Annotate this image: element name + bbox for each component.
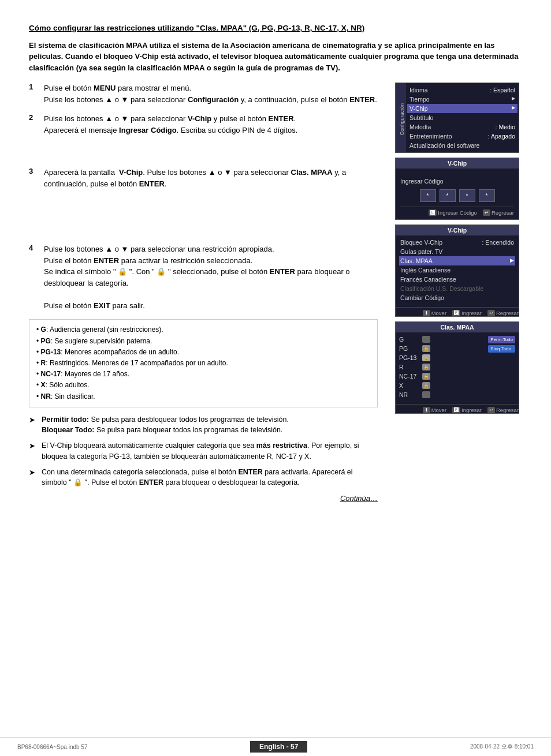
continua-text: Continúa… <box>29 494 378 503</box>
vchip-menu-body: Bloqueo V-Chip : Encendido Guías pater. … <box>396 235 519 305</box>
vchip-code-title: V-Chip <box>396 158 519 169</box>
move-icon: ⬆ <box>423 310 430 316</box>
config-vchip-label: V-Chip <box>409 105 428 112</box>
step-2-text: Pulse los botones ▲ o ▼ para seleccionar… <box>44 113 297 136</box>
step-2: 2 Pulse los botones ▲ o ▼ para seleccion… <box>29 113 378 136</box>
config-vchip-arrow: ▶ <box>512 105 515 112</box>
mpaa-row-pg13: PG-13 🔒 <box>399 353 486 362</box>
config-row-tiempo: Tiempo ▶ <box>409 95 515 104</box>
config-tiempo-label: Tiempo <box>409 96 430 103</box>
vchip-code-footer: 🅴 Ingresar Código ↩ Regresar <box>400 207 514 216</box>
vchip-mpaa-label: Clas. MPAA <box>400 257 433 264</box>
vchip-menu-panel: V-Chip Bloqueo V-Chip : Encendido Guías … <box>395 224 519 317</box>
vchip-bloqueo-val: : Encendido <box>482 239 514 246</box>
vchip-guias-label: Guías pater. TV <box>400 248 442 255</box>
block-all-btn[interactable]: Bloq.Todo <box>488 345 515 353</box>
page: Cómo configurar las restricciones utiliz… <box>0 0 551 756</box>
vchip-cambiar-label: Cambiar Código <box>400 294 444 301</box>
vchip-menu-title: V-Chip <box>396 225 519 235</box>
mpaa-enter-icon: 🅴 <box>452 407 460 413</box>
vchip-enter-hint: 🅴 Ingresar Código <box>429 209 477 216</box>
step-1-num: 1 <box>29 83 38 105</box>
vchip-code-panel: V-Chip Ingresar Código * * * * 🅴 Ingresa… <box>395 158 519 220</box>
arrow-symbol-1: ➤ <box>29 414 38 426</box>
arrow-text-2: El V-Chip bloqueará automáticamente cual… <box>42 440 378 462</box>
mpaa-title: Clas. MPAA <box>396 322 519 332</box>
arrow-symbol-2: ➤ <box>29 440 38 452</box>
mpaa-g-label: G <box>399 336 420 343</box>
step-4-num: 4 <box>29 244 38 311</box>
arrow-item-3: ➤ Con una determinada categoría seleccio… <box>29 467 378 489</box>
vchip-frances-row: Francés Canadiense <box>399 275 515 284</box>
right-column: Configuración Idioma : Español Tiempo ▶ … <box>395 83 522 503</box>
vchip-us-row: Clasificación U.S. Descargable <box>399 284 515 293</box>
mpaa-nc17-lock: 🔒 <box>422 373 430 380</box>
config-row-actualizacion: Actualización del software <box>409 141 515 150</box>
arrow-symbol-3: ➤ <box>29 467 38 478</box>
intro-text: El sistema de clasificación MPAA utiliza… <box>29 40 522 74</box>
vchip-enter-hint2: 🅴 Ingresar <box>452 310 482 316</box>
bullet-list: G: Audiencia general (sin restricciones)… <box>29 319 378 407</box>
arrow-text-3: Con una determinada categoría selecciona… <box>42 467 378 489</box>
bullet-g: G: Audiencia general (sin restricciones)… <box>36 324 370 335</box>
config-row-melodia: Melodía : Medio <box>409 122 515 132</box>
mpaa-row-x: X 🔒 <box>399 381 486 390</box>
config-ent-val: : Apagado <box>488 133 515 140</box>
mpaa-row-r: R 🔒 <box>399 362 486 372</box>
mpaa-row-pg: PG 🔒 <box>399 344 486 353</box>
vchip-back-hint2: ↩ Regresar <box>487 310 519 316</box>
config-idioma-val: : Español <box>490 87 515 93</box>
step-4-text: Pulse los botones ▲ o ▼ para seleccionar… <box>44 244 378 311</box>
mpaa-move-hint: ⬆ Mover <box>423 407 446 413</box>
vchip-code-label: Ingresar Código <box>400 178 514 185</box>
step-2-num: 2 <box>29 113 38 136</box>
config-row-entretenimiento: Entretenimiento : Apagado <box>409 132 515 141</box>
step-4: 4 Pulse los botones ▲ o ▼ para seleccion… <box>29 244 378 311</box>
mpaa-r-label: R <box>399 364 420 370</box>
config-row-vchip: V-Chip ▶ <box>407 104 518 113</box>
mpaa-pg-label: PG <box>399 345 420 352</box>
left-column: 1 Pulse el botón MENU para mostrar el me… <box>29 83 384 503</box>
back-icon: ↩ <box>487 310 495 316</box>
footer-page: English - 57 <box>250 741 307 753</box>
vchip-code-box-3: * <box>459 189 475 202</box>
config-idioma-label: Idioma <box>409 87 428 93</box>
arrow-section: ➤ Permitir todo: Se pulsa para desbloque… <box>29 414 378 489</box>
bullet-pg: PG: Se sugiere supervisión paterna. <box>36 336 370 347</box>
mpaa-back-icon: ↩ <box>487 407 495 413</box>
config-row-idioma: Idioma : Español <box>409 85 515 95</box>
mpaa-move-icon: ⬆ <box>423 407 430 413</box>
vchip-cambiar-row: Cambiar Código <box>399 293 515 302</box>
config-ent-label: Entretenimiento <box>409 133 452 140</box>
config-main: Idioma : Español Tiempo ▶ V-Chip ▶ Subtí… <box>406 83 519 152</box>
mpaa-x-label: X <box>399 382 420 389</box>
step-1: 1 Pulse el botón MENU para mostrar el me… <box>29 83 378 105</box>
mpaa-footer: ⬆ Mover 🅴 Ingresar ↩ Regresar <box>396 404 519 413</box>
bullet-r: R: Restringidos. Menores de 17 acompañad… <box>36 358 370 369</box>
footer-bar: BP68-00666A~Spa.indb 57 English - 57 200… <box>0 737 551 756</box>
footer-date: 2008-04-22 오후 8:10:01 <box>470 743 534 751</box>
config-panel: Configuración Idioma : Español Tiempo ▶ … <box>395 83 519 153</box>
vchip-code-box-1: * <box>420 189 436 202</box>
enter-btn-icon: 🅴 <box>429 209 437 216</box>
mpaa-body: G PG 🔒 PG-13 🔒 <box>396 332 519 402</box>
mpaa-back-hint: ↩ Regresar <box>487 407 519 413</box>
mpaa-nc17-label: NC-17 <box>399 373 420 380</box>
bullet-nr: NR: Sin clasificar. <box>36 391 370 402</box>
step-3-text: Aparecerá la pantalla V-Chip. Pulse los … <box>44 167 378 189</box>
vchip-menu-footer: ⬆ Mover 🅴 Ingresar ↩ Regresar <box>396 307 519 316</box>
step-3-num: 3 <box>29 167 38 189</box>
mpaa-panel: Clas. MPAA G PG 🔒 <box>395 321 519 414</box>
vchip-mpaa-arrow: ▶ <box>510 257 514 264</box>
mpaa-pg-lock: 🔒 <box>422 345 430 352</box>
back-btn-icon: ↩ <box>483 209 490 216</box>
permit-all-btn[interactable]: Perm.Todo <box>488 336 515 343</box>
bullet-nc17: NC-17: Mayores de 17 años. <box>36 369 370 380</box>
vchip-ingles-row: Inglés Canadiense <box>399 265 515 275</box>
vchip-bloqueo-label: Bloqueo V-Chip <box>400 239 442 246</box>
vchip-code-box-4: * <box>479 189 495 202</box>
step-1-text: Pulse el botón MENU para mostrar el menú… <box>44 83 377 105</box>
mpaa-pg13-lock: 🔒 <box>422 354 430 361</box>
section-title: Cómo configurar las restricciones utiliz… <box>29 23 522 34</box>
mpaa-x-lock: 🔒 <box>422 382 430 389</box>
